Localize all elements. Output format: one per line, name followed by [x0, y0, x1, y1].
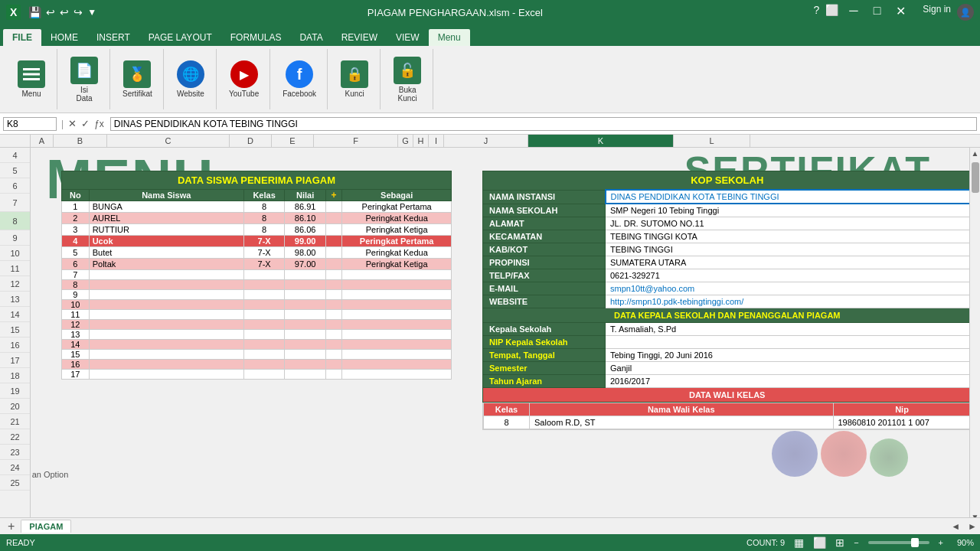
tab-insert[interactable]: INSERT: [87, 29, 139, 46]
qat-more-icon[interactable]: ▼: [87, 7, 96, 18]
col-header-F[interactable]: F: [314, 135, 398, 147]
kop-tahun-value[interactable]: 2016/2017: [606, 375, 970, 388]
row7-nama: [89, 270, 243, 280]
sign-in-button[interactable]: Sign in: [923, 4, 951, 21]
tab-page-layout[interactable]: PAGE LAYOUT: [139, 29, 221, 46]
sertifikat-button[interactable]: 🏅 Sertifikat: [118, 59, 157, 99]
normal-view-icon[interactable]: ▦: [794, 536, 804, 549]
facebook-icon: f: [286, 60, 313, 88]
zoom-slider[interactable]: [868, 541, 929, 544]
col-header-G[interactable]: G: [398, 135, 413, 147]
tab-file[interactable]: FILE: [3, 29, 41, 46]
scroll-up-arrow[interactable]: ▲: [970, 148, 980, 159]
row10-nama: [89, 300, 243, 310]
undo-arrow-icon[interactable]: ↩: [60, 6, 69, 18]
kop-value-sekolah[interactable]: SMP Negeri 10 Tebing Tinggi: [606, 204, 970, 217]
buka-kunci-button[interactable]: 🔓 BukaKunci: [388, 55, 426, 104]
kop-value-instansi[interactable]: DINAS PENDIDIKAN KOTA TEBING TINGGI: [606, 190, 970, 204]
kop-label-kabkot: KAB/KOT: [483, 243, 606, 256]
page-break-view-icon[interactable]: ⊞: [835, 536, 844, 549]
tab-home[interactable]: HOME: [41, 29, 87, 46]
vertical-scrollbar[interactable]: ▲ ▼: [969, 148, 980, 523]
col-kelas-header: Kelas: [243, 190, 285, 201]
tab-view[interactable]: VIEW: [387, 29, 429, 46]
ribbon-collapse-icon[interactable]: ⬜: [825, 4, 838, 21]
confirm-formula-icon[interactable]: ✓: [81, 118, 90, 129]
kop-value-email[interactable]: smpn10tt@yahoo.com: [606, 282, 970, 295]
formula-input[interactable]: [110, 117, 977, 131]
insert-function-icon[interactable]: ƒx: [94, 119, 104, 129]
col-header-K[interactable]: K: [528, 135, 674, 147]
col-add-header[interactable]: +: [325, 190, 341, 201]
row11-nilai: [285, 310, 326, 320]
svg-rect-0: [23, 68, 40, 70]
youtube-button[interactable]: ▶ YouTube: [224, 59, 263, 99]
kop-tanggal-value[interactable]: Tebing Tinggi, 20 Juni 2016: [606, 349, 970, 362]
row-num-18: 18: [0, 368, 30, 383]
facebook-button[interactable]: f Facebook: [278, 59, 321, 99]
tab-review[interactable]: REVIEW: [332, 29, 387, 46]
website-button[interactable]: 🌐 Website: [172, 59, 210, 99]
row3-kelas: 8: [243, 224, 285, 236]
col-header-A[interactable]: A: [31, 135, 54, 147]
ribbon-tabs: FILE HOME INSERT PAGE LAYOUT FORMULAS DA…: [0, 24, 980, 46]
kop-tanggal-row: Tempat, Tanggal Tebing Tinggi, 20 Juni 2…: [483, 349, 970, 362]
kop-kepala-section-title: DATA KEPALA SEKOLAH DAN PENANGGALAN PIAG…: [483, 308, 970, 323]
zoom-level[interactable]: 90%: [952, 538, 974, 547]
tab-menu[interactable]: Menu: [429, 29, 470, 46]
help-icon[interactable]: ?: [813, 4, 819, 21]
ribbon-group-main: Menu: [6, 49, 57, 109]
undo-icon[interactable]: ↩: [46, 6, 55, 18]
scroll-sheet-left[interactable]: ◄: [948, 521, 963, 532]
col-header-C[interactable]: C: [107, 135, 230, 147]
row2-sebagai: Peringkat Kedua: [342, 213, 452, 224]
kop-kepala-value[interactable]: T. Asmaliah, S.Pd: [606, 323, 970, 336]
col-header-J[interactable]: J: [444, 135, 528, 147]
row10-kelas: [243, 300, 285, 310]
cell-reference[interactable]: [3, 117, 57, 131]
new-sheet-button[interactable]: +: [3, 520, 19, 533]
col-header-E[interactable]: E: [272, 135, 314, 147]
scroll-sheet-right[interactable]: ►: [965, 521, 980, 532]
scroll-thumb[interactable]: [972, 162, 979, 193]
kunci-button[interactable]: 🔒 Kunci: [335, 59, 374, 99]
kop-semester-value[interactable]: Ganjil: [606, 362, 970, 375]
isi-data-icon: 📄: [70, 57, 98, 84]
row10-sebagai: [342, 300, 452, 310]
isi-data-button[interactable]: 📄 IsiData: [65, 55, 103, 104]
col-header-B[interactable]: B: [54, 135, 107, 147]
redo-icon[interactable]: ↪: [74, 6, 83, 18]
row12-no: 12: [62, 320, 90, 330]
quick-save-icon[interactable]: 💾: [28, 6, 41, 18]
tab-formulas[interactable]: FORMULAS: [221, 29, 291, 46]
formula-bar: | ✕ ✓ ƒx: [0, 113, 980, 135]
kop-wali-section-row: DATA WALI KELAS: [483, 388, 970, 403]
kop-nip-value[interactable]: [606, 336, 970, 349]
kop-value-kecamatan[interactable]: TEBING TINGGI KOTA: [606, 230, 970, 243]
cancel-formula-icon[interactable]: ✕: [68, 118, 77, 129]
col-header-D[interactable]: D: [230, 135, 272, 147]
account-icon[interactable]: 👤: [957, 4, 974, 21]
col-header-H[interactable]: H: [413, 135, 429, 147]
menu-button[interactable]: Menu: [12, 59, 51, 99]
circle-blue: [772, 431, 818, 477]
sheet-tab-piagam[interactable]: PIAGAM: [21, 520, 71, 533]
close-button[interactable]: ✕: [891, 4, 910, 21]
kop-value-website[interactable]: http://smpn10.pdk-tebingtinggi.com/: [606, 295, 970, 308]
row5-sebagai: Peringkat Kedua: [342, 247, 452, 259]
restore-button[interactable]: □: [869, 4, 886, 21]
kop-value-alamat[interactable]: JL. DR. SUTOMO NO.11: [606, 217, 970, 230]
col-header-L[interactable]: L: [674, 135, 750, 147]
zoom-out-icon[interactable]: −: [854, 538, 858, 547]
kop-value-telp[interactable]: 0621-329271: [606, 269, 970, 282]
tab-data[interactable]: DATA: [290, 29, 332, 46]
row13-kelas: [243, 330, 285, 340]
zoom-in-icon[interactable]: +: [939, 538, 943, 547]
minimize-button[interactable]: ─: [844, 4, 862, 21]
siswa-row-9: 9: [62, 290, 452, 300]
kop-value-propinsi[interactable]: SUMATERA UTARA: [606, 256, 970, 269]
page-layout-view-icon[interactable]: ⬜: [813, 536, 826, 549]
col-header-I[interactable]: I: [429, 135, 444, 147]
row13-nilai: [285, 330, 326, 340]
kop-value-kabkot[interactable]: TEBING TINGGI: [606, 243, 970, 256]
